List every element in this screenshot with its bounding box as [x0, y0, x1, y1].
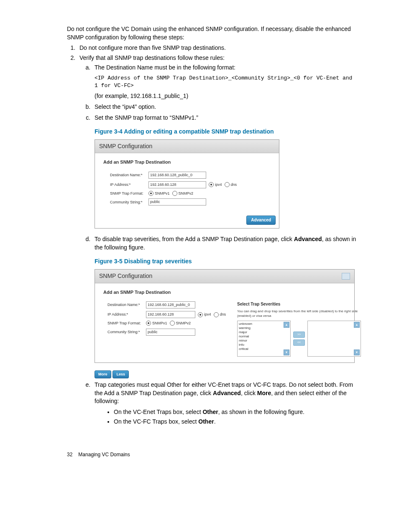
sev-item[interactable]: warning	[239, 326, 289, 330]
sev-item[interactable]: info	[239, 343, 289, 347]
fig1-dest-input[interactable]: 192.168.60.128_public_0	[148, 172, 206, 179]
fig2-snmpv1-radio[interactable]: SNMPv1	[146, 321, 167, 326]
fig1-ip-label: IP Address:*	[110, 182, 148, 188]
figure-3-5: SNMP Configuration Add an SNMP Trap Dest…	[95, 269, 355, 363]
fig2-section-title: Add an SNMP Trap Destination	[103, 289, 346, 296]
sev-disabled-list[interactable]: ▲ unknown warning major normal minor inf…	[237, 321, 291, 357]
fig2-dns-radio[interactable]: dns	[214, 312, 226, 317]
chapter-title: Managing VC Domains	[78, 451, 130, 458]
scroll-down-icon[interactable]: ▼	[284, 350, 289, 355]
figure-3-4: SNMP Configuration Add an SNMP Trap Dest…	[95, 139, 279, 229]
figure-3-4-caption: Figure 3-4 Adding or editing a compatibl…	[95, 128, 357, 136]
sev-title: Select Trap Severities	[237, 301, 361, 307]
sev-item[interactable]: minor	[239, 339, 289, 343]
intro-text: Do not configure the VC Domain using the…	[67, 25, 357, 41]
fig1-dns-radio[interactable]: dns	[225, 182, 237, 188]
sev-item[interactable]: normal	[239, 334, 289, 339]
bullet-vc-enet: On the VC-Enet Traps box, select Other, …	[114, 408, 357, 416]
fig1-snmpv1-radio[interactable]: SNMPv1	[148, 191, 170, 196]
sev-enabled-list[interactable]: ▲ ▼	[307, 321, 361, 357]
sev-hint: You can drag and drop trap severities fr…	[237, 309, 361, 318]
step-2a: The Destination Name must be in the foll…	[92, 64, 357, 100]
fig2-snmpv2-radio[interactable]: SNMPv2	[170, 321, 191, 326]
step-1: Do not configure more than five SNMP tra…	[77, 44, 357, 52]
scroll-down-icon[interactable]: ▼	[354, 350, 360, 355]
example-text: (for example, 192.168.1.1_public_1)	[95, 92, 357, 100]
fig2-dest-label: Destination Name:*	[107, 302, 146, 308]
more-button[interactable]: More	[95, 370, 111, 378]
fig2-fmt-label: SNMP Trap Format:	[107, 321, 146, 326]
bullet-vc-fc: On the VC-FC Traps box, select Other.	[114, 418, 357, 426]
code-format: <IP Address of the SNMP Trap Destination…	[95, 75, 357, 90]
fig1-ipv4-radio[interactable]: ipv4	[209, 182, 222, 188]
step-2b: Select the “ipv4” option.	[92, 103, 357, 111]
fig1-section-title: Add an SNMP Trap Destination	[103, 159, 271, 165]
sev-item[interactable]: unknown	[239, 322, 289, 326]
fig1-ip-input[interactable]: 192.168.60.128	[148, 181, 206, 188]
step-2: Verify that all SNMP trap destinations f…	[77, 54, 357, 426]
fig1-dest-label: Destination Name:*	[110, 172, 148, 178]
figure-3-5-caption: Figure 3-5 Disabling trap severities	[95, 257, 357, 266]
fig1-comm-label: Community String:*	[110, 200, 148, 205]
sev-item[interactable]: major	[239, 330, 289, 334]
fig2-window-title: SNMP Configuration	[95, 270, 354, 283]
scroll-up-icon[interactable]: ▲	[284, 322, 289, 328]
fig1-fmt-label: SNMP Trap Format:	[110, 191, 148, 196]
move-right-button[interactable]: >>	[293, 332, 305, 338]
fig2-comm-label: Community String:*	[107, 329, 146, 335]
sev-item[interactable]: critical	[239, 347, 289, 351]
step-2c: Set the SNMP trap format to “SNMPv1.” Fi…	[92, 114, 357, 229]
fig1-snmpv2-radio[interactable]: SNMPv2	[172, 191, 194, 196]
fig1-advanced-button[interactable]: Advanced	[246, 216, 276, 225]
print-icon[interactable]	[342, 273, 350, 280]
fig2-dest-input[interactable]: 192.168.60.128_public_0	[146, 301, 195, 308]
fig2-comm-input[interactable]: public	[146, 329, 195, 336]
move-left-button[interactable]: <<	[293, 339, 305, 346]
step-2d: To disable trap severities, from the Add…	[92, 235, 357, 378]
scroll-up-icon[interactable]: ▲	[354, 322, 360, 328]
fig2-ipv4-radio[interactable]: ipv4	[198, 312, 211, 317]
fig2-ip-input[interactable]: 192.168.60.128	[146, 311, 195, 318]
fig2-ip-label: IP Address:*	[107, 312, 146, 317]
fig1-window-title: SNMP Configuration	[95, 140, 279, 154]
page-number: 32	[67, 451, 72, 458]
less-button[interactable]: Less	[113, 370, 129, 378]
fig1-comm-input[interactable]: public	[148, 198, 206, 206]
step-2e: Trap categories must equal Other for eit…	[92, 381, 357, 426]
